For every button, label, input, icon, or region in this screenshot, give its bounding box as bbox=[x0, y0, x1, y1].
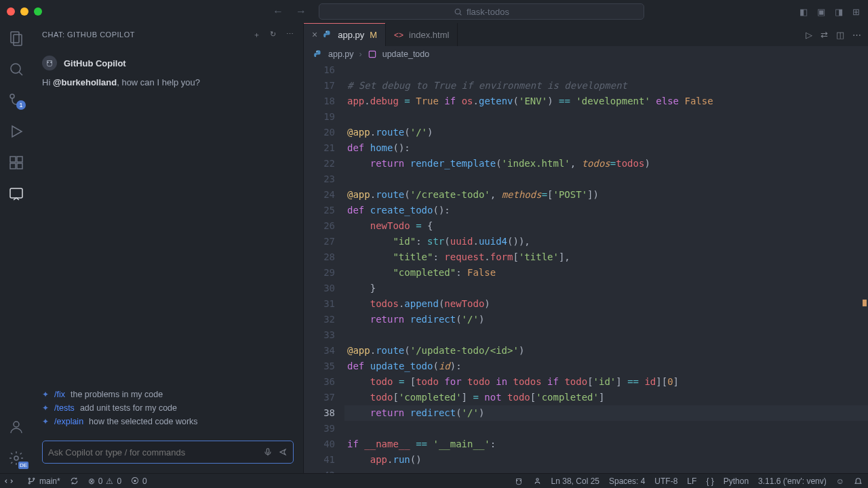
svg-rect-2 bbox=[11, 32, 19, 43]
layout-sidebar-right-icon[interactable]: ◨ bbox=[835, 7, 843, 17]
tab-close-icon[interactable]: × bbox=[312, 29, 317, 40]
svg-point-23 bbox=[28, 478, 30, 479]
send-icon[interactable] bbox=[278, 447, 288, 457]
tab-filename: index.html bbox=[409, 30, 449, 40]
svg-point-15 bbox=[14, 456, 18, 460]
modified-indicator: M bbox=[370, 30, 377, 40]
split-editor-icon[interactable]: ◫ bbox=[836, 30, 844, 40]
minimize-window[interactable] bbox=[20, 7, 28, 16]
activity-bar: 1 DE bbox=[0, 23, 33, 473]
svg-point-0 bbox=[455, 9, 460, 14]
svg-point-4 bbox=[11, 64, 20, 73]
cursor-position[interactable]: Ln 38, Col 25 bbox=[551, 476, 599, 486]
indentation[interactable]: Spaces: 4 bbox=[609, 476, 645, 486]
svg-rect-12 bbox=[17, 163, 22, 169]
minimap-marker bbox=[863, 300, 867, 306]
chat-suggestion[interactable]: ✦/tests add unit tests for my code bbox=[42, 401, 294, 415]
suggestion-command: /explain bbox=[54, 417, 83, 426]
sparkle-icon: ✦ bbox=[42, 403, 49, 413]
tab-index-html[interactable]: <>index.html bbox=[386, 23, 458, 46]
error-icon: ⊗ bbox=[88, 476, 95, 486]
encoding[interactable]: UTF-8 bbox=[654, 476, 677, 486]
layout-sidebar-left-icon[interactable]: ◧ bbox=[800, 7, 808, 17]
search-activity-icon[interactable] bbox=[8, 61, 24, 77]
account-icon[interactable] bbox=[8, 419, 24, 435]
notifications-icon[interactable] bbox=[854, 476, 863, 485]
svg-point-24 bbox=[33, 478, 35, 479]
layout-customize-icon[interactable]: ⊞ bbox=[852, 7, 860, 17]
layout-panel-icon[interactable]: ▣ bbox=[817, 7, 825, 17]
svg-rect-22 bbox=[369, 51, 375, 57]
chat-suggestions: ✦/fix the problems in my code✦/tests add… bbox=[33, 388, 303, 435]
tab-app-py[interactable]: ×app.py M bbox=[304, 23, 386, 46]
sync-indicator[interactable] bbox=[70, 476, 79, 485]
close-window[interactable] bbox=[7, 7, 15, 16]
settings-gear-icon[interactable]: DE bbox=[8, 450, 24, 466]
chat-suggestion[interactable]: ✦/fix the problems in my code bbox=[42, 388, 294, 401]
svg-line-1 bbox=[460, 14, 461, 15]
nav-forward-icon[interactable]: → bbox=[296, 5, 307, 18]
svg-point-28 bbox=[536, 479, 538, 481]
svg-rect-9 bbox=[10, 157, 16, 162]
editor-tabs: ×app.py M<>index.html ▷ ⇄ ◫ ⋯ bbox=[304, 23, 868, 46]
chat-activity-icon[interactable] bbox=[8, 186, 24, 202]
warning-icon: ⚠ bbox=[106, 476, 113, 486]
file-type-icon: <> bbox=[394, 30, 403, 40]
live-share-icon[interactable] bbox=[533, 476, 542, 485]
more-icon[interactable]: ⋯ bbox=[286, 30, 294, 40]
symbol-function-icon bbox=[368, 49, 377, 59]
compare-icon[interactable]: ⇄ bbox=[821, 30, 828, 40]
extensions-icon[interactable] bbox=[8, 155, 24, 171]
problems-indicator[interactable]: ⊗0 ⚠0 bbox=[88, 476, 121, 486]
maximize-window[interactable] bbox=[34, 7, 42, 16]
explorer-icon[interactable] bbox=[8, 30, 24, 46]
new-chat-icon[interactable]: ＋ bbox=[253, 30, 261, 40]
svg-marker-19 bbox=[280, 449, 285, 455]
eol[interactable]: LF bbox=[687, 476, 696, 486]
statusbar: main* ⊗0 ⚠0 ⦿0 Ln 38, Col 25 Spaces: 4 U… bbox=[0, 473, 868, 488]
brackets-icon[interactable]: { } bbox=[706, 476, 713, 486]
language-mode[interactable]: Python bbox=[724, 476, 749, 486]
svg-point-21 bbox=[317, 51, 317, 52]
svg-rect-10 bbox=[17, 157, 22, 162]
svg-point-14 bbox=[14, 422, 19, 427]
svg-marker-8 bbox=[12, 126, 22, 137]
bot-name: GitHub Copilot bbox=[64, 58, 126, 68]
svg-rect-3 bbox=[14, 35, 22, 45]
chat-text-input[interactable] bbox=[48, 447, 258, 458]
remote-indicator[interactable] bbox=[0, 474, 18, 488]
broadcast-icon: ⦿ bbox=[131, 476, 139, 486]
chat-body: GitHub Copilot Hi @burkeholland, how can… bbox=[33, 46, 303, 388]
svg-rect-11 bbox=[10, 163, 16, 169]
feedback-icon[interactable]: ☺ bbox=[836, 476, 844, 486]
breadcrumb-sep: › bbox=[359, 49, 362, 59]
search-icon bbox=[454, 7, 462, 16]
python-interpreter[interactable]: 3.11.6 ('env': venv) bbox=[758, 476, 827, 486]
window-controls bbox=[7, 7, 42, 16]
tab-more-icon[interactable]: ⋯ bbox=[852, 30, 861, 40]
run-icon[interactable]: ▷ bbox=[806, 30, 812, 40]
branch-indicator[interactable]: main* bbox=[27, 476, 60, 486]
sync-icon bbox=[70, 476, 79, 485]
mic-icon[interactable] bbox=[263, 447, 273, 457]
nav-arrows: ← → bbox=[273, 5, 307, 18]
editor-area: ×app.py M<>index.html ▷ ⇄ ◫ ⋯ app.py › u… bbox=[304, 23, 868, 473]
svg-point-20 bbox=[326, 31, 327, 32]
breadcrumb[interactable]: app.py › update_todo bbox=[304, 46, 868, 62]
svg-rect-13 bbox=[10, 188, 22, 198]
ports-indicator[interactable]: ⦿0 bbox=[131, 476, 147, 486]
nav-back-icon[interactable]: ← bbox=[273, 5, 283, 18]
chat-input[interactable] bbox=[42, 441, 294, 464]
copilot-status-icon[interactable] bbox=[514, 476, 524, 486]
scm-badge: 1 bbox=[16, 100, 26, 110]
run-debug-icon[interactable] bbox=[8, 123, 24, 140]
chat-greeting: Hi @burkeholland, how can I help you? bbox=[42, 75, 294, 87]
command-center[interactable]: flask-todos bbox=[319, 3, 644, 20]
suggestion-text: how the selected code works bbox=[89, 417, 198, 426]
chat-sidebar: CHAT: GITHUB COPILOT ＋ ↻ ⋯ GitHub Copilo… bbox=[33, 23, 304, 473]
svg-point-26 bbox=[516, 479, 517, 481]
chat-suggestion[interactable]: ✦/explain how the selected code works bbox=[42, 415, 294, 428]
history-icon[interactable]: ↻ bbox=[270, 30, 277, 40]
source-control-icon[interactable]: 1 bbox=[8, 92, 24, 108]
code-editor[interactable]: 1617181920212223242526272829303132333435… bbox=[304, 62, 868, 473]
